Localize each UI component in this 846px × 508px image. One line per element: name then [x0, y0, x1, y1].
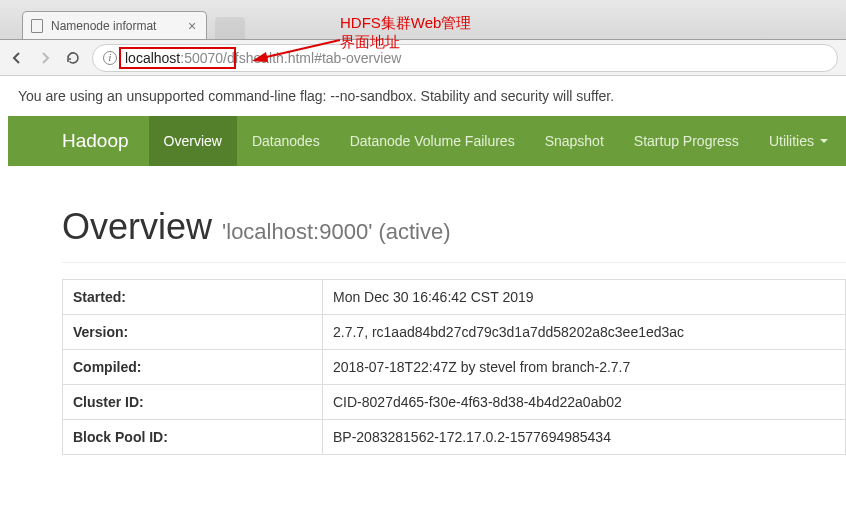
reload-button[interactable] [64, 49, 82, 67]
nav-item-startup-progress[interactable]: Startup Progress [619, 116, 754, 166]
nav-item-datanodes[interactable]: Datanodes [237, 116, 335, 166]
row-label: Cluster ID: [63, 385, 323, 420]
row-value: CID-8027d465-f30e-4f63-8d38-4b4d22a0ab02 [323, 385, 846, 420]
sandbox-warning: You are using an unsupported command-lin… [0, 76, 846, 116]
close-icon[interactable]: × [186, 20, 198, 32]
nav-item-overview[interactable]: Overview [149, 116, 237, 166]
nav-item-label: Snapshot [545, 133, 604, 149]
heading-sub: 'localhost:9000' (active) [222, 219, 451, 244]
nav-item-utilities[interactable]: Utilities [754, 116, 843, 166]
url-text: localhost:50070/dfshealth.html#tab-overv… [125, 50, 827, 66]
nav-item-label: Datanodes [252, 133, 320, 149]
nav-item-label: Utilities [769, 133, 814, 149]
forward-button[interactable] [36, 49, 54, 67]
url-port: :50070 [180, 50, 223, 66]
annotation-line: HDFS集群Web管理 [340, 14, 471, 33]
page-title: Overview 'localhost:9000' (active) [62, 206, 846, 248]
row-label: Version: [63, 315, 323, 350]
browser-tab[interactable]: Namenode informat × [22, 11, 207, 39]
new-tab-button[interactable] [215, 17, 245, 39]
table-row: Block Pool ID:BP-2083281562-172.17.0.2-1… [63, 420, 846, 455]
overview-table: Started:Mon Dec 30 16:46:42 CST 2019Vers… [62, 279, 846, 455]
info-icon[interactable]: i [103, 51, 117, 65]
url-host: localhost [125, 50, 180, 66]
row-value: Mon Dec 30 16:46:42 CST 2019 [323, 280, 846, 315]
heading-main: Overview [62, 206, 212, 247]
main-content: Overview 'localhost:9000' (active) Start… [0, 166, 846, 455]
row-value: 2018-07-18T22:47Z by stevel from branch-… [323, 350, 846, 385]
row-label: Block Pool ID: [63, 420, 323, 455]
row-value: BP-2083281562-172.17.0.2-1577694985434 [323, 420, 846, 455]
tab-title: Namenode informat [51, 19, 178, 33]
row-value: 2.7.7, rc1aad84bd27cd79c3d1a7dd58202a8c3… [323, 315, 846, 350]
nav-item-snapshot[interactable]: Snapshot [530, 116, 619, 166]
document-icon [31, 19, 43, 33]
divider [62, 262, 846, 263]
brand[interactable]: Hadoop [62, 130, 129, 152]
row-label: Started: [63, 280, 323, 315]
nav-item-label: Datanode Volume Failures [350, 133, 515, 149]
navbar: Hadoop OverviewDatanodesDatanode Volume … [8, 116, 846, 166]
nav-item-label: Overview [164, 133, 222, 149]
annotation-text: HDFS集群Web管理 界面地址 [340, 14, 471, 52]
back-button[interactable] [8, 49, 26, 67]
table-row: Compiled:2018-07-18T22:47Z by stevel fro… [63, 350, 846, 385]
annotation-line: 界面地址 [340, 33, 471, 52]
table-row: Version:2.7.7, rc1aad84bd27cd79c3d1a7dd5… [63, 315, 846, 350]
nav-item-datanode-volume-failures[interactable]: Datanode Volume Failures [335, 116, 530, 166]
nav-item-label: Startup Progress [634, 133, 739, 149]
row-label: Compiled: [63, 350, 323, 385]
nav-menu: OverviewDatanodesDatanode Volume Failure… [149, 116, 843, 166]
chevron-down-icon [820, 139, 828, 143]
table-row: Started:Mon Dec 30 16:46:42 CST 2019 [63, 280, 846, 315]
table-row: Cluster ID:CID-8027d465-f30e-4f63-8d38-4… [63, 385, 846, 420]
url-path: /dfshealth.html#tab-overview [223, 50, 401, 66]
